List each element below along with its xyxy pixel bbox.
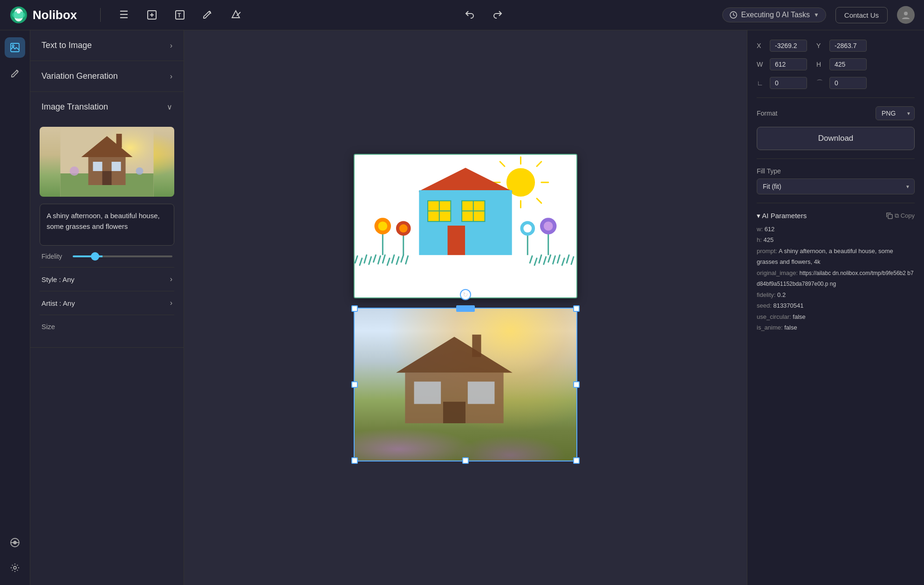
svg-rect-90 bbox=[888, 214, 892, 219]
ai-params-section: ▾ AI Parameters ⧉ Copy w: 612 h: 425 bbox=[757, 212, 915, 333]
source-image-preview bbox=[40, 127, 174, 197]
svg-rect-41 bbox=[419, 191, 511, 255]
format-select-wrapper: PNG JPG SVG WEBP bbox=[876, 106, 915, 120]
child-drawing-svg bbox=[355, 155, 576, 297]
round-coord-group: ⌒ 0 bbox=[816, 77, 867, 89]
child-drawing-canvas[interactable] bbox=[354, 154, 577, 298]
w-value[interactable]: 612 bbox=[770, 58, 807, 70]
menu-button[interactable]: ☰ bbox=[115, 6, 133, 24]
executing-tasks-text: Executing 0 AI Tasks bbox=[741, 11, 810, 19]
tool-panel: Text to Image › Variation Generation › I… bbox=[30, 30, 184, 585]
generated-image bbox=[354, 308, 577, 461]
prompt-text-box[interactable]: A shiny afternoon, a beautiful house, so… bbox=[40, 204, 174, 246]
round-value[interactable]: 0 bbox=[829, 77, 867, 89]
undo-button[interactable] bbox=[460, 6, 479, 24]
y-value[interactable]: -2863.7 bbox=[829, 40, 867, 52]
divider-1 bbox=[757, 97, 915, 98]
prompt-text: A shiny afternoon, a beautiful house, so… bbox=[47, 212, 160, 230]
format-label: Format bbox=[757, 110, 777, 117]
round-label: ⌒ bbox=[816, 79, 826, 87]
variation-generation-chevron-icon: › bbox=[170, 72, 172, 81]
text-button[interactable]: T bbox=[171, 6, 189, 24]
angle-coord-group: ∟ 0 bbox=[757, 77, 807, 89]
text-to-image-label: Text to Image bbox=[41, 41, 92, 50]
format-row: Format PNG JPG SVG WEBP bbox=[757, 106, 915, 120]
svg-point-29 bbox=[136, 167, 144, 175]
angle-value[interactable]: 0 bbox=[770, 77, 807, 89]
style-label: Style : Any bbox=[41, 275, 75, 283]
preview-image-inner bbox=[40, 127, 174, 197]
ai-param-seed: seed: 813370541 bbox=[757, 300, 915, 311]
image-translation-content: A shiny afternoon, a beautiful house, so… bbox=[30, 122, 184, 347]
shapes-button[interactable] bbox=[226, 6, 245, 24]
h-label: H bbox=[816, 61, 826, 68]
canvas-area[interactable]: ↻ bbox=[184, 30, 747, 585]
image-translation-section: Image Translation ∨ bbox=[30, 92, 184, 348]
image-translation-header[interactable]: Image Translation ∨ bbox=[30, 92, 184, 122]
svg-rect-26 bbox=[103, 171, 112, 185]
svg-rect-24 bbox=[93, 162, 103, 171]
svg-point-77 bbox=[399, 224, 408, 233]
svg-marker-85 bbox=[396, 337, 513, 372]
ai-params-header[interactable]: ▾ AI Parameters ⧉ Copy bbox=[757, 212, 915, 220]
divider-3 bbox=[757, 203, 915, 203]
add-button[interactable] bbox=[143, 6, 161, 24]
ai-param-h: h: 425 bbox=[757, 234, 915, 245]
header-divider bbox=[100, 8, 101, 22]
w-label: W bbox=[757, 61, 766, 68]
flowers-overlay bbox=[354, 400, 577, 461]
sidebar-brush-button[interactable] bbox=[5, 62, 25, 83]
contact-us-button[interactable]: Contact Us bbox=[835, 7, 888, 23]
fidelity-row: Fidelity bbox=[40, 253, 174, 260]
fill-type-select[interactable]: Fit (fit) Fill Stretch Tile bbox=[757, 179, 915, 194]
fidelity-slider[interactable] bbox=[73, 255, 172, 257]
right-panel: X -3269.2 Y -2863.7 W 612 H 425 ∟ 0 bbox=[747, 30, 924, 585]
download-button[interactable]: Download bbox=[757, 127, 915, 150]
y-coord-group: Y -2863.7 bbox=[816, 40, 867, 52]
fill-type-section: Fill Type Fit (fit) Fill Stretch Tile bbox=[757, 167, 915, 194]
h-value[interactable]: 425 bbox=[829, 58, 867, 70]
sidebar-pokeball-button[interactable] bbox=[5, 532, 25, 553]
main-layout: Text to Image › Variation Generation › I… bbox=[0, 30, 924, 585]
x-value[interactable]: -3269.2 bbox=[770, 40, 807, 52]
svg-point-14 bbox=[12, 45, 14, 47]
divider-2 bbox=[757, 158, 915, 159]
app-name: Nolibox bbox=[33, 8, 77, 22]
text-to-image-header[interactable]: Text to Image › bbox=[30, 30, 184, 61]
sidebar-gallery-button[interactable] bbox=[5, 37, 25, 58]
header: Nolibox ☰ T bbox=[0, 0, 924, 30]
svg-point-28 bbox=[70, 166, 79, 176]
text-to-image-section: Text to Image › bbox=[30, 30, 184, 61]
ai-param-use-circular: use_circular: false bbox=[757, 311, 915, 322]
user-avatar[interactable] bbox=[897, 6, 915, 24]
ai-params-title: ▾ AI Parameters bbox=[757, 212, 807, 220]
image-translation-label: Image Translation bbox=[41, 102, 108, 112]
svg-point-3 bbox=[17, 10, 21, 14]
sidebar-settings-button[interactable] bbox=[5, 557, 25, 578]
executing-tasks-badge[interactable]: Executing 0 AI Tasks ▼ bbox=[722, 7, 826, 22]
executing-chevron-icon: ▼ bbox=[814, 12, 819, 18]
ai-params-copy-button[interactable]: ⧉ Copy bbox=[886, 212, 915, 220]
style-option-row[interactable]: Style : Any › bbox=[40, 267, 174, 291]
style-chevron-icon: › bbox=[170, 275, 172, 283]
format-select[interactable]: PNG JPG SVG WEBP bbox=[876, 106, 915, 120]
ai-param-fidelity: fidelity: 0.2 bbox=[757, 289, 915, 300]
x-coord-group: X -3269.2 bbox=[757, 40, 807, 52]
angle-round-row: ∟ 0 ⌒ 0 bbox=[757, 77, 915, 89]
variation-generation-header[interactable]: Variation Generation › bbox=[30, 61, 184, 91]
artist-option-row[interactable]: Artist : Any › bbox=[40, 291, 174, 315]
w-coord-group: W 612 bbox=[757, 58, 807, 70]
image-translation-chevron-icon: ∨ bbox=[167, 103, 172, 111]
variation-generation-label: Variation Generation bbox=[41, 71, 118, 81]
svg-rect-25 bbox=[112, 162, 121, 171]
brush-button[interactable] bbox=[198, 6, 217, 24]
generated-image-container[interactable] bbox=[354, 308, 577, 461]
redo-button[interactable] bbox=[488, 6, 507, 24]
svg-point-17 bbox=[14, 541, 16, 544]
ai-param-w: w: 612 bbox=[757, 224, 915, 234]
svg-text:T: T bbox=[178, 12, 181, 19]
ai-param-original-image: original_image: https://ailabc dn.nolibo… bbox=[757, 268, 915, 289]
variation-generation-section: Variation Generation › bbox=[30, 61, 184, 92]
svg-point-80 bbox=[523, 224, 532, 233]
rotate-handle[interactable]: ↻ bbox=[460, 289, 471, 300]
